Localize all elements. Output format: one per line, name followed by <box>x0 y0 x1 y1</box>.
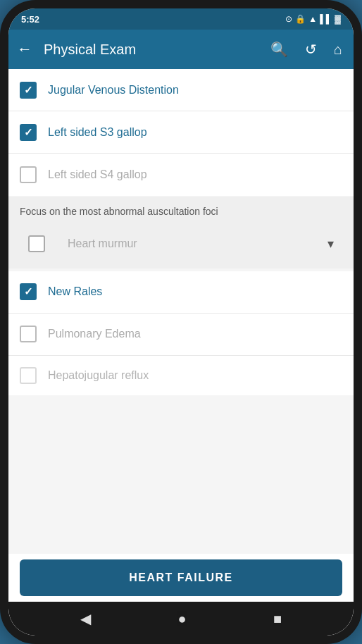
top-list-section: Jugular Venous Distention Left sided S3 … <box>8 69 354 196</box>
lock-icon: 🔒 <box>295 14 306 24</box>
checkbox-s4[interactable] <box>20 166 37 183</box>
item-label-murmur: Heart murmur <box>68 237 327 250</box>
search-icon[interactable]: 🔍 <box>265 35 294 63</box>
checkbox-rales[interactable] <box>20 283 37 300</box>
signal-icon: ▌▌ <box>320 14 332 24</box>
status-icons: ⊙ 🔒 ▲ ▌▌ ▓ <box>285 14 341 24</box>
checkbox-pulmonary-edema[interactable] <box>20 326 37 342</box>
checkbox-hepatojugular[interactable] <box>20 367 37 384</box>
content-area: Jugular Venous Distention Left sided S3 … <box>8 69 354 602</box>
nav-recent-button[interactable]: ■ <box>273 611 282 627</box>
list-item[interactable]: New Rales <box>8 271 354 314</box>
location-icon: ⊙ <box>285 14 292 24</box>
gray-section-label: Focus on the most abnormal auscultation … <box>20 205 342 219</box>
battery-icon: ▓ <box>335 14 341 24</box>
status-time: 5:52 <box>21 14 39 25</box>
item-label-s4: Left sided S4 gallop <box>48 168 342 181</box>
item-label-pulmonary-edema: Pulmonary Edema <box>48 328 342 340</box>
checkbox-s3[interactable] <box>20 124 37 141</box>
refresh-icon[interactable]: ↺ <box>299 35 323 63</box>
checkbox-murmur[interactable] <box>28 235 45 252</box>
bottom-list-section: New Rales Pulmonary Edema Hepatojugular … <box>8 271 354 395</box>
home-icon[interactable]: ⌂ <box>328 36 348 63</box>
phone-frame: 5:52 ⊙ 🔒 ▲ ▌▌ ▓ ← Physical Exam 🔍 ↺ ⌂ <box>0 0 362 644</box>
checkbox-jvd[interactable] <box>20 82 37 99</box>
nav-back-button[interactable]: ◀ <box>80 610 91 627</box>
gray-section: Focus on the most abnormal auscultation … <box>8 197 354 268</box>
phone-screen: 5:52 ⊙ 🔒 ▲ ▌▌ ▓ ← Physical Exam 🔍 ↺ ⌂ <box>8 8 354 636</box>
status-bar: 5:52 ⊙ 🔒 ▲ ▌▌ ▓ <box>8 8 354 30</box>
page-title: Physical Exam <box>44 42 259 58</box>
app-header: ← Physical Exam 🔍 ↺ ⌂ <box>8 30 354 69</box>
list-item[interactable]: Pulmonary Edema <box>8 314 354 356</box>
item-label-s3: Left sided S3 gallop <box>48 126 342 139</box>
bottom-button-area: HEART FAILURE <box>8 554 354 602</box>
list-item[interactable]: Jugular Venous Distention <box>8 69 354 111</box>
heart-failure-button[interactable]: HEART FAILURE <box>20 559 342 596</box>
list-item-partial[interactable]: Hepatojugular reflux <box>8 356 354 395</box>
nav-bar: ◀ ● ■ <box>8 602 354 636</box>
wifi-icon: ▲ <box>308 14 317 24</box>
item-label-hepatojugular: Hepatojugular reflux <box>48 369 342 382</box>
back-button[interactable]: ← <box>11 35 38 64</box>
list-item[interactable]: Left sided S4 gallop <box>8 154 354 196</box>
item-label-jvd: Jugular Venous Distention <box>48 84 342 97</box>
item-label-rales: New Rales <box>48 285 342 298</box>
dropdown-arrow-icon[interactable]: ▾ <box>327 236 334 252</box>
list-item[interactable]: Left sided S3 gallop <box>8 111 354 154</box>
nav-home-button[interactable]: ● <box>177 611 186 627</box>
list-item-murmur[interactable]: Heart murmur ▾ <box>20 225 342 263</box>
